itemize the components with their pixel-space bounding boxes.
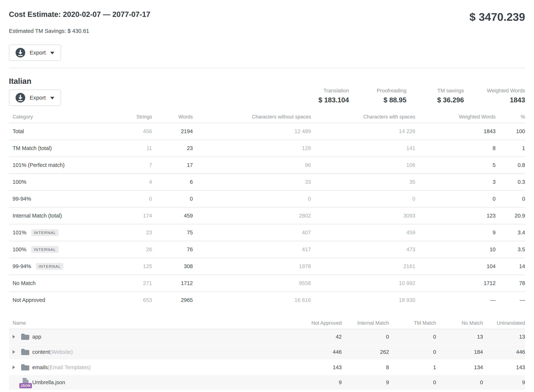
percent-cell: 100: [496, 128, 525, 135]
chars-with-spaces-cell: 106: [311, 162, 415, 168]
chars-without-spaces-cell: 1978: [193, 263, 311, 269]
cost-table-header-row: Category Strings Words Characters withou…: [9, 111, 525, 123]
weighted-words-cell: 104: [415, 263, 496, 269]
tm-match-cell: 0: [389, 379, 436, 386]
category-cell: Internal Match (total): [9, 213, 111, 219]
column-header-chars-without-spaces: Characters without spaces: [193, 114, 311, 120]
tm-match-cell: 0: [389, 349, 436, 355]
files-table-body: app 42 0 0 13 13: [9, 329, 525, 390]
category-label: 101% (Perfect match): [13, 162, 65, 168]
category-label: Total: [13, 128, 24, 135]
file-tree-row[interactable]: JSON Umbrella.json 9 9 0 0 9: [9, 375, 525, 390]
table-row: 101% (Perfect match) 7 17 96 106 5 0.8: [9, 157, 525, 174]
stat-value: $ 36.296: [406, 96, 464, 104]
percent-cell: 3.4: [496, 229, 525, 236]
chars-without-spaces-cell: 129: [193, 145, 311, 151]
tm-match-cell: 1: [389, 364, 436, 370]
expand-arrow-icon[interactable]: [13, 365, 15, 369]
column-header-tm-match: TM Match: [389, 320, 436, 326]
file-name-suffix: (Website): [50, 349, 73, 355]
weighted-words-cell: 0: [415, 196, 496, 202]
strings-cell: 125: [111, 263, 152, 269]
strings-cell: 7: [111, 162, 152, 168]
language-export-button[interactable]: Export: [9, 89, 61, 106]
chars-without-spaces-cell: 2802: [193, 213, 311, 219]
category-cell: Not Approved: [9, 297, 111, 303]
category-label: Not Approved: [13, 297, 45, 303]
not-approved-cell: 143: [286, 364, 342, 370]
export-button[interactable]: Export: [9, 45, 61, 61]
chevron-down-icon: [50, 97, 54, 99]
category-label: 100%: [13, 179, 26, 185]
folder-icon: [21, 333, 29, 341]
no-match-cell: 184: [436, 349, 483, 355]
table-row: 99-94% 0 0 0 0 0 0: [9, 191, 525, 208]
chars-with-spaces-cell: 18 930: [311, 297, 415, 303]
stat-label: Weighted Words: [464, 88, 525, 94]
column-header-untranslated: Untranslated: [483, 320, 525, 326]
not-approved-cell: 446: [286, 349, 342, 355]
json-badge: JSON: [19, 383, 32, 388]
table-row: TM Match (total) 11 23 129 141 8 1: [9, 140, 525, 157]
cost-breakdown-table: Category Strings Words Characters withou…: [9, 111, 525, 308]
no-match-cell: 13: [436, 334, 483, 340]
stat-tm-savings: TM savings $ 36.296: [406, 88, 464, 104]
file-tree-row[interactable]: app 42 0 0 13 13: [9, 329, 525, 345]
chars-without-spaces-cell: 96: [193, 162, 311, 168]
table-row: 100% INTERNAL 26 76 417 473 10 3.5: [9, 241, 525, 258]
expander-slot: [13, 365, 18, 369]
cost-summary-stats: Translation $ 183.104 Proofreading $ 88.…: [290, 88, 525, 104]
file-tree-row[interactable]: emails(Email Templates) 143 8 1 134 143: [9, 360, 525, 375]
category-cell: No Match: [9, 280, 111, 286]
expand-arrow-icon[interactable]: [13, 350, 15, 354]
export-button-label: Export: [30, 95, 46, 101]
file-name-cell: content(Website): [9, 348, 286, 356]
section-divider: [9, 68, 525, 68]
chars-without-spaces-cell: 16 616: [193, 297, 311, 303]
chars-without-spaces-cell: 417: [193, 247, 311, 252]
file-name-cell: JSON Umbrella.json: [9, 378, 286, 387]
file-name: content: [32, 349, 50, 355]
percent-cell: 14: [496, 263, 525, 269]
language-header-left: Italian Export: [9, 77, 61, 106]
download-icon: [16, 93, 25, 103]
folder-icon: [21, 348, 29, 356]
percent-cell: 3.5: [496, 247, 525, 252]
untranslated-cell: 9: [483, 379, 525, 386]
stat-label: TM savings: [406, 88, 464, 94]
strings-cell: 653: [111, 297, 152, 303]
export-button-label: Export: [30, 50, 46, 56]
chars-without-spaces-cell: 407: [193, 229, 311, 236]
chars-with-spaces-cell: 0: [311, 196, 415, 202]
percent-cell: 20.9: [496, 213, 525, 219]
column-header-name: Name: [9, 320, 286, 326]
expand-arrow-icon[interactable]: [13, 335, 15, 339]
category-cell: 100% INTERNAL: [9, 246, 111, 253]
chars-with-spaces-cell: 35: [311, 179, 415, 185]
chars-without-spaces-cell: 9558: [193, 280, 311, 286]
file-name-cell: emails(Email Templates): [9, 364, 286, 371]
stat-label: Proofreading: [349, 88, 406, 94]
words-cell: 2965: [152, 297, 193, 303]
words-cell: 23: [152, 145, 193, 151]
words-cell: 308: [152, 263, 193, 269]
file-name: Umbrella.json: [32, 379, 65, 386]
file-tree-row[interactable]: content(Website) 446 262 0 184 446: [9, 345, 525, 360]
words-cell: 0: [152, 196, 193, 202]
not-approved-cell: 9: [286, 379, 342, 386]
internal-match-cell: 262: [342, 349, 389, 355]
words-cell: 17: [152, 162, 193, 168]
no-match-cell: 0: [436, 379, 483, 386]
no-match-cell: 134: [436, 364, 483, 370]
file-name: emails: [32, 364, 48, 370]
stat-proofreading: Proofreading $ 88.95: [349, 88, 406, 104]
expander-slot: [13, 350, 18, 354]
strings-cell: 23: [111, 229, 152, 236]
tm-match-cell: 0: [389, 334, 436, 340]
chars-with-spaces-cell: 3093: [311, 213, 415, 219]
words-cell: 6: [152, 179, 193, 185]
chars-with-spaces-cell: 459: [311, 229, 415, 236]
table-row: No Match 271 1712 9558 10 992 1712 78: [9, 275, 525, 292]
stat-value: $ 183.104: [290, 96, 349, 104]
file-name-suffix: (Email Templates): [48, 364, 91, 370]
